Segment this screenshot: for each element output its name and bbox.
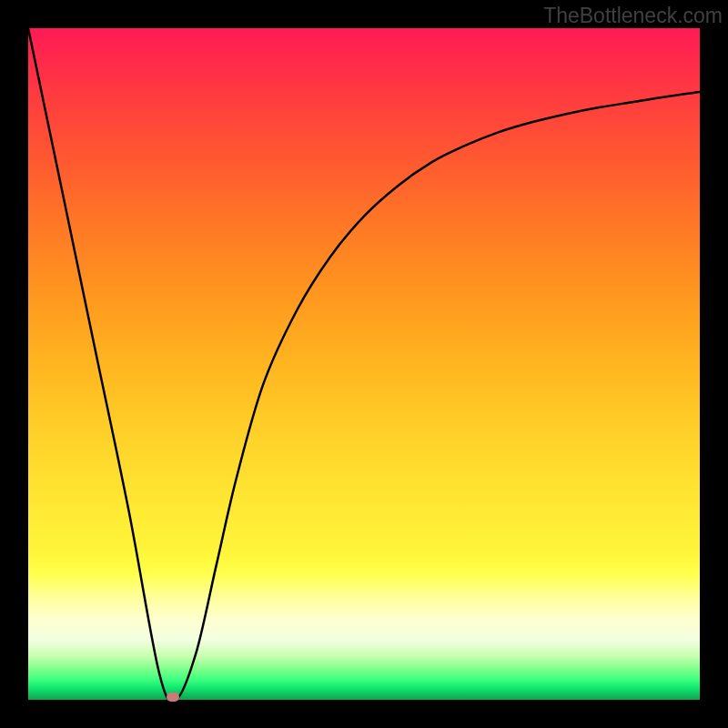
bottleneck-curve xyxy=(28,28,700,700)
watermark-text: TheBottleneck.com xyxy=(543,4,723,28)
bottleneck-chart xyxy=(28,28,700,700)
optimal-point-marker xyxy=(167,693,179,702)
